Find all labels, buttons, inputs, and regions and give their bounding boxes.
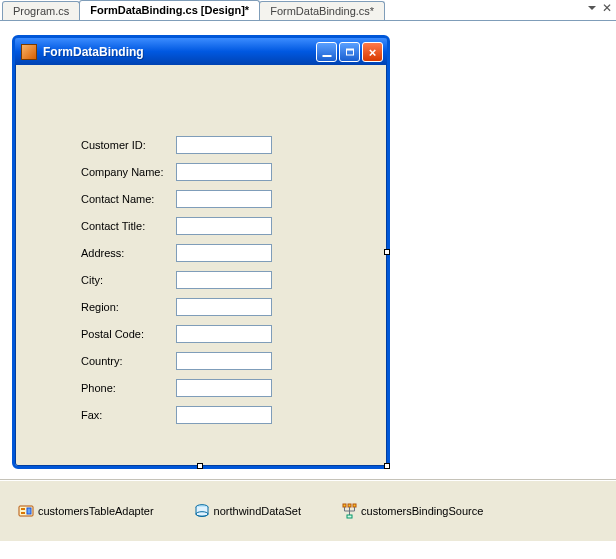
field-row: Postal Code: <box>81 320 272 347</box>
app-icon <box>21 44 37 60</box>
field-label: Region: <box>81 301 176 313</box>
resize-handle-bottom[interactable] <box>197 463 203 469</box>
component-northwind-dataset[interactable]: northwindDataSet <box>194 503 301 519</box>
maximize-button[interactable] <box>339 42 360 62</box>
field-row: Country: <box>81 347 272 374</box>
document-tabstrip: Program.cs FormDataBinding.cs [Design]* … <box>0 0 616 21</box>
component-label: customersTableAdapter <box>38 505 154 517</box>
designer-canvas[interactable]: FormDataBinding × Customer ID: <box>0 21 616 480</box>
resize-handle-corner[interactable] <box>384 463 390 469</box>
field-row: City: <box>81 266 272 293</box>
tabstrip-close-icon[interactable]: ✕ <box>602 2 612 14</box>
tab-formdatabinding-design[interactable]: FormDataBinding.cs [Design]* <box>79 0 260 20</box>
component-label: northwindDataSet <box>214 505 301 517</box>
component-label: customersBindingSource <box>361 505 483 517</box>
tab-program-cs[interactable]: Program.cs <box>2 1 80 20</box>
field-label: Phone: <box>81 382 176 394</box>
field-label: City: <box>81 274 176 286</box>
component-customers-table-adapter[interactable]: customersTableAdapter <box>18 503 154 519</box>
company-name-input[interactable] <box>176 163 272 181</box>
field-label: Address: <box>81 247 176 259</box>
form-client-area[interactable]: Customer ID: Company Name: Contact Name:… <box>15 65 387 466</box>
minimize-button[interactable] <box>316 42 337 62</box>
component-adapter-icon <box>18 503 34 519</box>
svg-rect-7 <box>348 504 351 507</box>
address-input[interactable] <box>176 244 272 262</box>
component-dataset-icon <box>194 503 210 519</box>
field-label: Postal Code: <box>81 328 176 340</box>
resize-handle-right[interactable] <box>384 249 390 255</box>
svg-rect-1 <box>21 508 25 510</box>
svg-rect-3 <box>27 508 31 514</box>
field-label: Fax: <box>81 409 176 421</box>
region-input[interactable] <box>176 298 272 316</box>
field-row: Phone: <box>81 374 272 401</box>
designed-form[interactable]: FormDataBinding × Customer ID: <box>12 35 390 469</box>
component-customers-binding-source[interactable]: customersBindingSource <box>341 503 483 519</box>
tab-formdatabinding-cs[interactable]: FormDataBinding.cs* <box>259 1 385 20</box>
minimize-icon <box>322 55 331 57</box>
phone-input[interactable] <box>176 379 272 397</box>
svg-rect-8 <box>353 504 356 507</box>
postal-code-input[interactable] <box>176 325 272 343</box>
svg-rect-6 <box>343 504 346 507</box>
svg-rect-9 <box>347 515 352 518</box>
close-button[interactable]: × <box>362 42 383 62</box>
field-row: Contact Name: <box>81 185 272 212</box>
field-label: Country: <box>81 355 176 367</box>
field-row: Region: <box>81 293 272 320</box>
field-label: Contact Name: <box>81 193 176 205</box>
tabstrip-dropdown-icon[interactable] <box>588 6 596 10</box>
component-tray: customersTableAdapter northwindDataSet c… <box>0 480 616 541</box>
field-label: Company Name: <box>81 166 176 178</box>
form-title: FormDataBinding <box>43 45 310 59</box>
field-label: Customer ID: <box>81 139 176 151</box>
svg-rect-2 <box>21 512 25 514</box>
field-row: Fax: <box>81 401 272 428</box>
field-row: Company Name: <box>81 158 272 185</box>
field-row: Contact Title: <box>81 212 272 239</box>
fields-panel: Customer ID: Company Name: Contact Name:… <box>81 131 272 428</box>
component-bindingsource-icon <box>341 503 357 519</box>
customer-id-input[interactable] <box>176 136 272 154</box>
country-input[interactable] <box>176 352 272 370</box>
field-label: Contact Title: <box>81 220 176 232</box>
city-input[interactable] <box>176 271 272 289</box>
form-titlebar: FormDataBinding × <box>15 38 387 65</box>
field-row: Customer ID: <box>81 131 272 158</box>
maximize-icon <box>346 48 354 55</box>
contact-title-input[interactable] <box>176 217 272 235</box>
contact-name-input[interactable] <box>176 190 272 208</box>
fax-input[interactable] <box>176 406 272 424</box>
close-icon: × <box>369 45 377 58</box>
field-row: Address: <box>81 239 272 266</box>
